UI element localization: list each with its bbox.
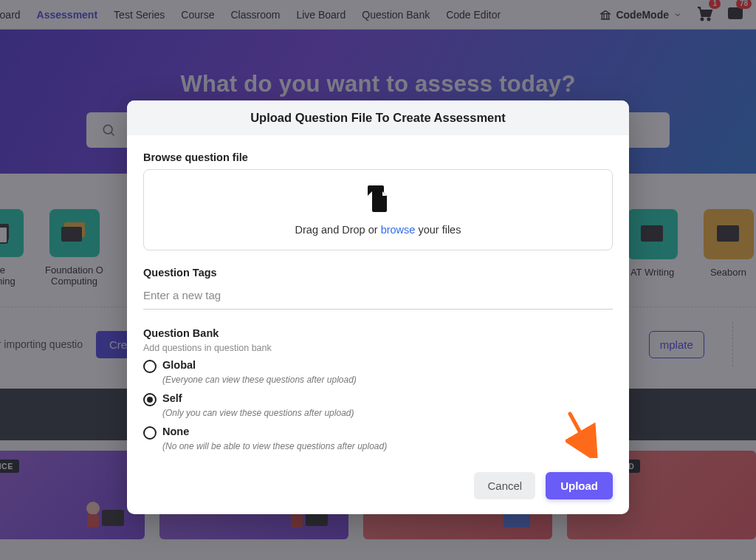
upload-question-modal: Upload Question File To Create Assessmen… [127,100,629,514]
radio-label: Global [162,359,196,371]
radio-icon [143,360,157,373]
modal-footer: Cancel Upload [127,462,629,514]
modal-title: Upload Question File To Create Assessmen… [127,100,629,135]
question-bank-description: Add questions in question bank [143,343,613,353]
radio-self[interactable]: Self [143,392,613,406]
radio-none-hint: (No one will be able to view these quest… [162,441,613,451]
radio-label: Self [162,392,182,404]
upload-button[interactable]: Upload [546,472,613,499]
file-copy-icon [363,184,393,214]
radio-self-hint: (Only you can view these questions after… [162,408,613,418]
question-tags-label: Question Tags [143,267,613,279]
browse-file-label: Browse question file [143,151,613,163]
dropzone-caption: Drag and Drop or browse your files [295,224,461,236]
radio-label: None [162,426,189,437]
browse-link[interactable]: browse [381,224,416,236]
radio-none[interactable]: None [143,426,613,440]
radio-global[interactable]: Global [143,359,613,373]
radio-icon [143,393,157,406]
radio-icon [143,426,157,440]
modal-overlay: Upload Question File To Create Assessmen… [0,0,756,560]
question-tags-input[interactable] [143,284,613,310]
cancel-button[interactable]: Cancel [474,472,535,499]
question-bank-label: Question Bank [143,327,613,339]
file-dropzone[interactable]: Drag and Drop or browse your files [143,169,613,250]
radio-global-hint: (Everyone can view these questions after… [162,375,613,385]
